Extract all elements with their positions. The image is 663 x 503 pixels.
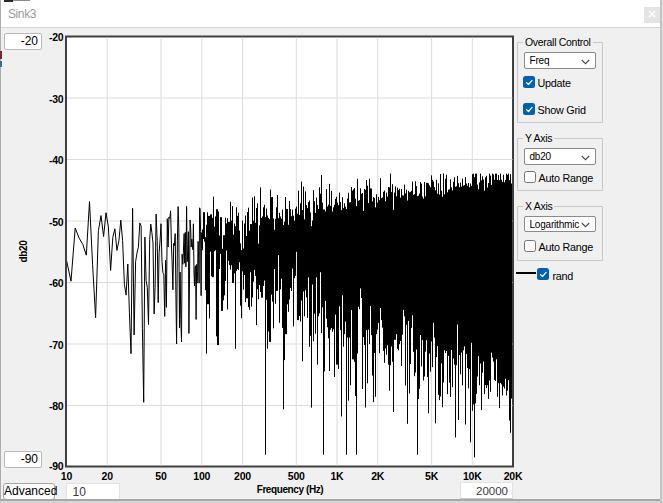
svg-text:50: 50 [155,470,167,482]
svg-text:20: 20 [102,470,114,482]
svg-text:20K: 20K [504,470,523,482]
svg-text:10K: 10K [463,470,482,482]
svg-text:-60: -60 [49,277,64,289]
svg-text:-70: -70 [49,339,64,351]
svg-text:2K: 2K [371,470,385,482]
svg-text:10: 10 [61,470,73,482]
svg-text:5K: 5K [425,470,439,482]
svg-text:500: 500 [288,470,305,482]
svg-text:db20: db20 [18,240,29,263]
svg-text:-40: -40 [49,154,64,166]
svg-text:200: 200 [234,470,251,482]
svg-text:-80: -80 [49,400,64,412]
svg-text:-50: -50 [49,216,64,228]
svg-text:100: 100 [193,470,210,482]
svg-text:1K: 1K [330,470,344,482]
svg-text:-20: -20 [49,31,64,43]
svg-text:Frequency (Hz): Frequency (Hz) [257,484,324,495]
svg-text:-30: -30 [49,93,64,105]
